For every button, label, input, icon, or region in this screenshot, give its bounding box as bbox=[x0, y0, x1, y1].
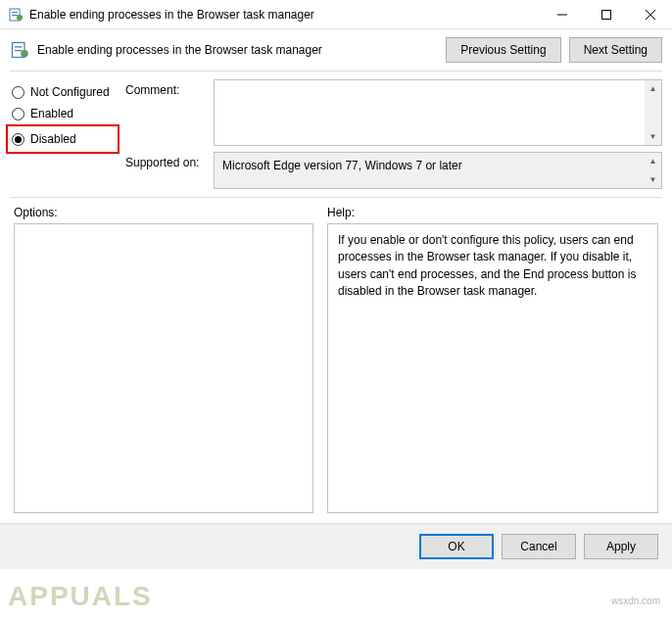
ok-button[interactable]: OK bbox=[419, 534, 494, 559]
scroll-up-icon[interactable]: ▲ bbox=[645, 153, 661, 169]
options-panel bbox=[14, 223, 313, 513]
comment-textarea[interactable]: ▲ ▼ bbox=[214, 79, 662, 146]
radio-label: Enabled bbox=[30, 107, 73, 120]
scroll-down-icon[interactable]: ▼ bbox=[645, 128, 661, 145]
radio-label: Not Configured bbox=[30, 85, 110, 99]
options-label: Options: bbox=[14, 206, 313, 219]
highlight-annotation: Disabled bbox=[6, 124, 120, 154]
divider bbox=[10, 71, 662, 72]
next-setting-button[interactable]: Next Setting bbox=[569, 37, 662, 63]
svg-point-3 bbox=[17, 15, 23, 21]
radio-not-configured[interactable]: Not Configured bbox=[10, 81, 116, 103]
svg-rect-2 bbox=[12, 15, 18, 16]
titlebar: Enable ending processes in the Browser t… bbox=[0, 0, 672, 29]
scroll-up-icon[interactable]: ▲ bbox=[645, 80, 661, 97]
panels: If you enable or don't configure this po… bbox=[0, 219, 672, 523]
radio-label: Disabled bbox=[30, 132, 76, 146]
supported-textarea: Microsoft Edge version 77, Windows 7 or … bbox=[214, 152, 662, 189]
window-controls bbox=[540, 0, 672, 28]
previous-setting-button[interactable]: Previous Setting bbox=[446, 37, 560, 63]
radio-group: Not Configured Enabled Disabled bbox=[10, 79, 116, 189]
config-area: Not Configured Enabled Disabled Comment:… bbox=[0, 79, 672, 189]
svg-point-11 bbox=[21, 50, 28, 58]
apply-button[interactable]: Apply bbox=[584, 534, 658, 559]
svg-rect-10 bbox=[15, 50, 23, 51]
divider bbox=[10, 197, 662, 198]
radio-icon bbox=[12, 86, 24, 99]
radio-icon-selected bbox=[12, 133, 24, 146]
minimize-button[interactable] bbox=[540, 0, 584, 28]
supported-label: Supported on: bbox=[125, 152, 206, 189]
help-panel: If you enable or don't configure this po… bbox=[327, 223, 658, 513]
svg-rect-5 bbox=[601, 10, 610, 19]
site-watermark: wsxdn.com bbox=[611, 596, 660, 606]
comment-row: Comment: ▲ ▼ bbox=[125, 79, 662, 146]
close-button[interactable] bbox=[628, 0, 672, 28]
scrollbar: ▲ ▼ bbox=[645, 80, 661, 145]
help-label: Help: bbox=[327, 206, 658, 219]
comment-label: Comment: bbox=[125, 79, 206, 146]
policy-icon bbox=[10, 40, 29, 60]
header-row: Enable ending processes in the Browser t… bbox=[0, 29, 672, 67]
panel-labels: Options: Help: bbox=[0, 206, 672, 219]
radio-disabled[interactable]: Disabled bbox=[10, 128, 116, 150]
radio-icon bbox=[12, 108, 24, 120]
supported-value: Microsoft Edge version 77, Windows 7 or … bbox=[222, 159, 462, 172]
policy-title: Enable ending processes in the Browser t… bbox=[37, 43, 438, 57]
nav-buttons: Previous Setting Next Setting bbox=[446, 37, 662, 63]
svg-rect-9 bbox=[15, 46, 23, 47]
brand-watermark: APPUALS bbox=[8, 581, 153, 612]
scrollbar: ▲ ▼ bbox=[645, 153, 661, 188]
fields-column: Comment: ▲ ▼ Supported on: Microsoft Edg… bbox=[125, 79, 662, 189]
maximize-button[interactable] bbox=[584, 0, 628, 28]
window-title: Enable ending processes in the Browser t… bbox=[29, 8, 540, 22]
footer: OK Cancel Apply bbox=[0, 523, 672, 569]
svg-rect-1 bbox=[12, 12, 18, 13]
supported-row: Supported on: Microsoft Edge version 77,… bbox=[125, 152, 662, 189]
help-text: If you enable or don't configure this po… bbox=[338, 233, 636, 298]
scroll-down-icon[interactable]: ▼ bbox=[645, 171, 661, 188]
policy-icon bbox=[8, 7, 24, 23]
radio-enabled[interactable]: Enabled bbox=[10, 103, 116, 124]
cancel-button[interactable]: Cancel bbox=[502, 534, 576, 559]
